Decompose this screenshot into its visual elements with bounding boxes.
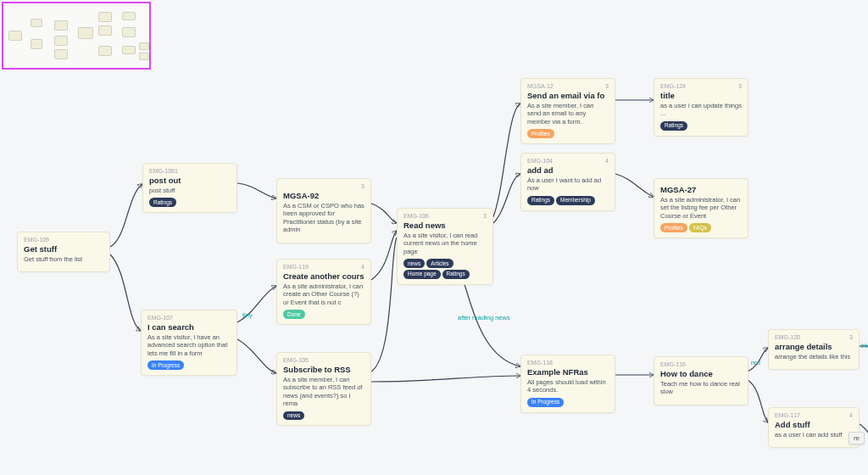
card-add-ad[interactable]: EMG-104 4 add ad As a user I want to add… [520,153,615,211]
tag-faqs: FAQs [689,223,711,232]
card-title: MGSA-92 [283,191,364,200]
minimap[interactable] [2,2,151,70]
card-id: EMG-105 [283,357,309,363]
tag-ratings: Ratings [149,198,176,207]
tag-done: Done [283,310,305,319]
card-count: 3 [483,213,487,219]
card-id: EMG-124 [660,83,686,89]
card-desc: as a user i can add stuff [775,431,853,439]
card-desc: As a user I want to add ad now [527,176,609,193]
card-desc: As a site member, I can send an email to… [527,102,609,126]
card-count: 3 [849,334,853,340]
tag-membership: Membership [556,196,595,205]
card-read-news[interactable]: EMG-106 3 Read news As a site visitor, I… [397,208,493,285]
card-title-card[interactable]: EMG-124 3 title as a user i can update t… [654,78,748,137]
card-arrange-details[interactable]: EMG-120 3 arrange details arrange the de… [768,329,860,370]
card-desc: Get stuff from the list [24,255,103,263]
card-title: Send an email via fo [527,91,609,100]
tag-articles: Articles [426,259,453,268]
card-send-email[interactable]: MGSA-12 3 Send an email via fo As a site… [520,78,615,144]
card-id: EMG-116 [660,361,686,367]
card-count: 3 [605,83,609,89]
card-add-stuff[interactable]: EMG-117 4 Add stuff as a user i can add … [768,407,860,448]
card-count: 4 [849,412,853,418]
card-id: EMG-107 [147,315,173,321]
edge-label-blue: blue [861,342,868,349]
card-count: 4 [361,264,364,270]
card-id: EMG-109 [24,237,49,243]
card-desc: as a user i can update things ... [660,102,742,118]
tag-profiles: Profiles [660,223,687,232]
card-title: MGSA-27 [660,185,742,194]
tag-in-progress: In Progress [147,360,184,370]
tag-ratings: Ratings [660,121,687,131]
edge-label-red: red [751,359,760,366]
card-title: Example NFRas [527,367,609,377]
card-mgsa-27[interactable]: MGSA-27 As a site administrator, I can s… [654,178,748,238]
card-mgsa-92[interactable]: 3 MGSA-92 As a CSM or CSPO who has been … [276,178,371,243]
card-get-stuff[interactable]: EMG-109 Get stuff Get stuff from the lis… [17,232,110,272]
card-id: MGSA-12 [527,83,554,89]
card-desc: post stuff [149,187,231,194]
card-title: post out [149,176,231,185]
tag-profiles: Profiles [527,129,554,138]
card-id: EMG-117 [775,412,800,418]
card-desc: As a site member, I can subscribe to an … [283,376,364,408]
card-title: Create another cours [283,271,364,281]
card-id: EMG-106 [403,213,429,219]
card-title: Read news [403,221,487,230]
card-post-out[interactable]: EMG-1081 post out post stuff Ratings [142,163,237,213]
diagram-canvas[interactable]: tiny after reading news red blue EMG-109… [0,0,868,475]
card-count: 4 [605,158,609,164]
card-how-to-dance[interactable]: EMG-116 How to dance Teach me how to dan… [654,356,748,405]
edge-label-tiny: tiny [242,311,253,319]
card-id: EMG-1081 [149,168,178,174]
card-title: Subscribe to RSS [283,365,364,374]
card-title: How to dance [660,369,742,378]
card-title: title [660,91,742,100]
card-create-course[interactable]: EMG-119 4 Create another cours As a site… [276,259,371,325]
card-title: I can search [147,322,231,332]
card-title: Get stuff [24,244,103,254]
tag-in-progress: In Progress [527,398,564,407]
card-id: EMG-120 [775,334,800,340]
card-i-can-search[interactable]: EMG-107 I can search As a site visitor, … [141,310,237,376]
tag-news: news [403,259,425,268]
card-title: Add stuff [775,420,853,429]
card-desc: arrange the details like this [775,353,853,360]
edge-label-after-reading: after reading news [458,314,510,321]
tooltip: re [849,432,865,444]
card-desc: As a CSM or CSPO who has been approved f… [283,202,364,234]
tag-ratings-2: Ratings [442,270,470,279]
card-title: arrange details [775,342,853,351]
tag-home-page: Home page [403,270,441,279]
card-desc: As a site visitor, I have an advanced se… [147,333,231,357]
card-example-nfras[interactable]: EMG-118 Example NFRas All pages should l… [520,355,615,413]
card-desc: As a site visitor, I can read current ne… [403,232,487,255]
card-title: add ad [527,165,609,175]
card-id: EMG-119 [283,264,309,270]
card-desc: As a site administrator, I can set the l… [660,196,742,220]
card-count: 3 [738,83,742,89]
card-desc: As a site administrator, I can create an… [283,282,364,306]
card-id: EMG-104 [527,158,553,164]
card-count: 3 [361,183,364,189]
card-desc: Teach me how to dance real slow [660,380,742,396]
card-desc: All pages should load within 4 seconds. [527,378,609,394]
tag-ratings: Ratings [527,196,554,205]
card-subscribe-rss[interactable]: EMG-105 Subscribe to RSS As a site membe… [276,352,371,426]
tag-news: news [283,411,304,421]
card-id: EMG-118 [527,360,553,366]
